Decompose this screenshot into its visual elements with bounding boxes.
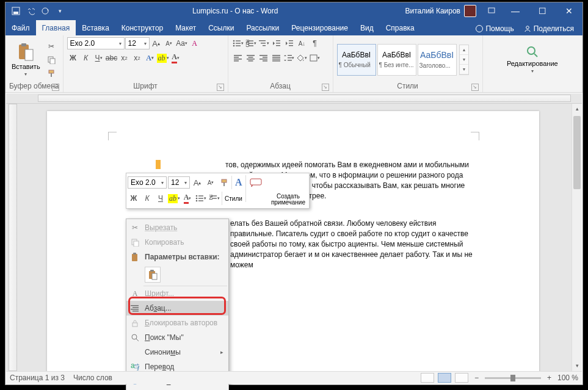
format-painter-icon[interactable]	[45, 67, 57, 79]
mini-numbering-icon[interactable]: 12▾	[208, 192, 220, 204]
underline-button[interactable]: Ч▾	[93, 52, 105, 64]
tab-file[interactable]: Файл	[5, 20, 36, 35]
status-words[interactable]: Число слов	[73, 374, 112, 382]
qat-more-icon[interactable]: ▾	[53, 4, 67, 18]
multilevel-icon[interactable]: ▾	[258, 37, 270, 49]
mini-shrink-font-icon[interactable]: A▾	[205, 176, 217, 189]
view-web-button[interactable]	[455, 373, 468, 383]
mini-size-combo[interactable]: 12▾	[168, 176, 190, 189]
line-spacing-icon[interactable]: ▾	[283, 52, 296, 64]
mini-format-painter-icon[interactable]	[218, 176, 230, 189]
shading-icon[interactable]: ▾	[296, 52, 308, 64]
dialog-launcher-icon[interactable]: ↘	[217, 84, 224, 91]
zoom-out-button[interactable]: −	[472, 374, 481, 382]
ctx-smart-lookup[interactable]: Поиск "Мы"	[126, 330, 228, 345]
tab-references[interactable]: Ссылки	[202, 20, 240, 35]
minimize-button[interactable]: —	[502, 2, 529, 20]
bold-button[interactable]: Ж	[67, 52, 79, 64]
paste-button[interactable]: Вставить ▾	[9, 41, 43, 78]
italic-button[interactable]: К	[80, 52, 92, 64]
cut-icon[interactable]: ✂	[45, 40, 57, 52]
style-heading1[interactable]: АаБбВвIЗаголово...	[418, 44, 457, 76]
font-size-combo[interactable]: 12▾	[125, 37, 150, 49]
view-read-button[interactable]	[421, 373, 434, 383]
ctx-copy[interactable]: Копировать	[126, 235, 228, 250]
ctx-cut[interactable]: ✂Вырезать	[126, 220, 228, 235]
style-no-spacing[interactable]: АаБбВвI¶ Без инте...	[377, 44, 416, 76]
borders-icon[interactable]: ▾	[309, 52, 321, 64]
mini-highlight-icon[interactable]: ab▾	[168, 192, 180, 204]
increase-indent-icon[interactable]	[283, 37, 296, 49]
scrollbar-thumb[interactable]	[573, 116, 581, 189]
clear-format-icon[interactable]: A	[189, 37, 201, 49]
text-effects-icon[interactable]: A▾	[144, 52, 156, 64]
tab-view[interactable]: Вид	[354, 20, 380, 35]
ctx-font[interactable]: AШрифт...	[126, 286, 228, 301]
mini-underline-button[interactable]: Ч	[154, 192, 167, 204]
shrink-font-icon[interactable]: A▾	[163, 37, 175, 49]
editing-button[interactable]: Редактирование ▾	[504, 44, 561, 75]
styles-gallery-expand[interactable]: ▴▾▾	[459, 45, 469, 75]
align-left-icon[interactable]	[232, 52, 244, 64]
horizontal-ruler[interactable]	[6, 93, 582, 104]
redo-icon[interactable]	[38, 4, 52, 18]
copy-icon[interactable]	[45, 54, 57, 66]
ctx-paragraph[interactable]: Абзац...	[126, 301, 228, 316]
dialog-launcher-icon[interactable]: ↘	[322, 84, 329, 91]
mini-new-comment-button[interactable]	[247, 178, 264, 187]
show-marks-icon[interactable]: ¶	[309, 37, 321, 49]
bullets-icon[interactable]: ▾	[232, 37, 244, 49]
numbering-icon[interactable]: 123▾	[245, 37, 257, 49]
ribbon-options-icon[interactable]	[481, 4, 502, 18]
tab-design[interactable]: Конструктор	[115, 20, 169, 35]
zoom-level[interactable]: 100 %	[557, 374, 578, 382]
change-case-icon[interactable]: Aa▾	[176, 37, 188, 49]
align-right-icon[interactable]	[258, 52, 270, 64]
justify-icon[interactable]	[270, 52, 283, 64]
user-area[interactable]: Виталий Каиров	[400, 5, 481, 17]
mini-bullets-icon[interactable]: ▾	[195, 192, 207, 204]
mini-styles-button[interactable]: A	[233, 177, 244, 188]
font-color-icon[interactable]: A▾	[170, 52, 182, 64]
mini-font-color-icon[interactable]: A▾	[181, 192, 194, 204]
tab-insert[interactable]: Вставка	[76, 20, 115, 35]
tab-mailings[interactable]: Рассылки	[240, 20, 285, 35]
paste-keep-source-button[interactable]	[145, 267, 161, 283]
page[interactable]: тов, одержимых идеей помогать Вам в ежед…	[47, 111, 539, 371]
highlight-icon[interactable]: ab▾	[157, 52, 169, 64]
close-button[interactable]: ✕	[556, 2, 583, 20]
ctx-block-authors[interactable]: Блокировать авторов	[126, 316, 228, 330]
decrease-indent-icon[interactable]	[270, 37, 283, 49]
tab-home[interactable]: Главная	[36, 20, 76, 35]
font-name-combo[interactable]: Exo 2.0▾	[67, 37, 125, 49]
vertical-ruler[interactable]	[6, 104, 20, 371]
sort-icon[interactable]: A↓	[296, 37, 308, 49]
save-icon[interactable]	[9, 4, 23, 18]
undo-icon[interactable]	[24, 4, 37, 18]
zoom-in-button[interactable]: +	[545, 374, 554, 382]
view-print-button[interactable]	[438, 373, 451, 383]
strike-button[interactable]: abc	[106, 52, 118, 64]
subscript-button[interactable]: x2	[118, 52, 131, 64]
mini-font-combo[interactable]: Exo 2.0▾	[128, 176, 167, 189]
vertical-scrollbar[interactable]: ▴▾	[572, 104, 582, 371]
dialog-launcher-icon[interactable]: ↘	[52, 84, 59, 91]
mini-grow-font-icon[interactable]: A▴	[191, 176, 203, 189]
ctx-synonyms[interactable]: Синонимы▸	[126, 345, 228, 359]
tab-review[interactable]: Рецензирование	[285, 20, 354, 35]
share-button[interactable]: Поделиться	[519, 22, 579, 35]
tab-layout[interactable]: Макет	[169, 20, 202, 35]
align-center-icon[interactable]	[245, 52, 257, 64]
mini-bold-button[interactable]: Ж	[128, 192, 140, 204]
maximize-button[interactable]: ☐	[529, 2, 556, 20]
superscript-button[interactable]: x2	[131, 52, 143, 64]
mini-italic-button[interactable]: К	[141, 192, 153, 204]
group-font: Exo 2.0▾ 12▾ A▴ A▾ Aa▾ A Ж К Ч▾ abc x2 x…	[64, 35, 228, 92]
status-page[interactable]: Страница 1 из 3	[10, 374, 65, 382]
style-normal[interactable]: АаБбВвI¶ Обычный	[337, 44, 376, 76]
tab-help[interactable]: Справка	[380, 20, 421, 35]
tell-me[interactable]: Помощь	[471, 22, 518, 35]
dialog-launcher-icon[interactable]: ↘	[471, 84, 479, 91]
zoom-slider[interactable]	[485, 377, 541, 379]
grow-font-icon[interactable]: A▴	[150, 37, 162, 49]
